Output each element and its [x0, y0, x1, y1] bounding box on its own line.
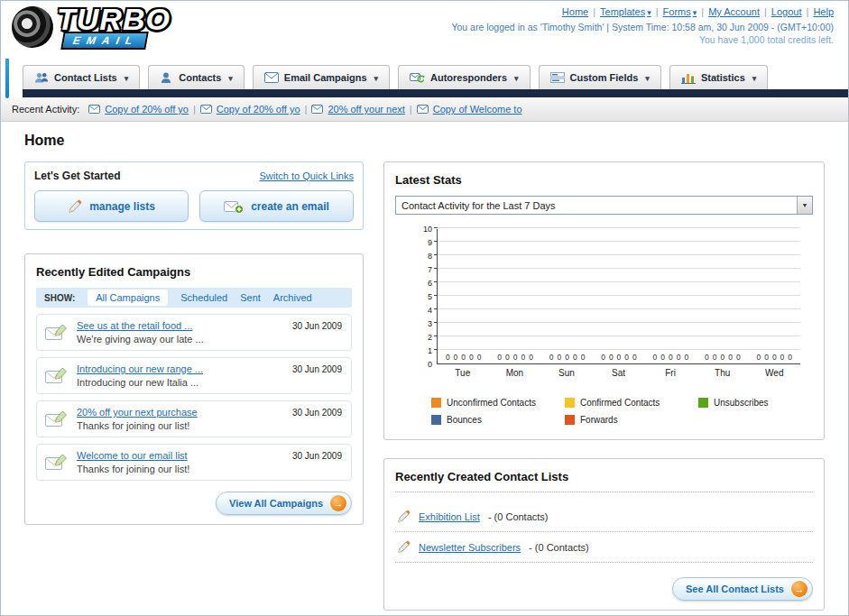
recent-activity-link[interactable]: Copy of 20% off yo: [200, 104, 300, 115]
tab-custom-fields[interactable]: Custom Fields: [539, 65, 661, 89]
bar-value-label: 0: [549, 353, 554, 362]
legend-label: Unconfirmed Contacts: [447, 398, 536, 408]
y-tick-label: 7: [428, 265, 432, 274]
y-tick-label: 0: [428, 360, 432, 369]
gridline: [438, 268, 800, 269]
activity-link-label: Copy of 20% off yo: [217, 104, 300, 115]
tab-statistics[interactable]: Statistics: [669, 65, 768, 89]
tab-contact-lists[interactable]: Contact Lists: [23, 65, 140, 89]
dropdown-arrow-icon: [373, 72, 379, 83]
top-link-forms[interactable]: Forms: [663, 6, 697, 17]
campaign-date: 30 Jun 2009: [292, 451, 342, 461]
contact-list-item: Exhibition List - (0 Contacts): [395, 501, 813, 532]
top-link-home[interactable]: Home: [562, 6, 588, 17]
campaign-text: 20% off your next purchase Thanks for jo…: [77, 407, 198, 431]
top-link-my-account[interactable]: My Account: [708, 6, 760, 17]
recent-activity-link[interactable]: Copy of 20% off yo: [88, 104, 189, 115]
y-tick-label: 10: [423, 225, 432, 234]
create-an-email-button[interactable]: create an email: [199, 190, 354, 222]
campaign-subtitle: Thanks for joining our list!: [77, 420, 198, 431]
gridline: [438, 295, 800, 296]
contact-list-link[interactable]: Exhibition List: [419, 511, 480, 522]
campaign-subtitle: Thanks for joining our list!: [77, 464, 189, 474]
stats-select-value: Contact Activity for the Last 7 Days: [401, 200, 556, 211]
envelope-icon: [200, 105, 212, 114]
bar-value-label: 0: [660, 353, 665, 362]
campaigns-tab-sent[interactable]: Sent: [240, 292, 261, 303]
dropdown-arrow-icon: [123, 72, 129, 83]
button-label: manage lists: [89, 200, 155, 213]
legend-swatch: [431, 398, 441, 408]
contact-list-count: - (0 Contacts): [488, 511, 549, 522]
recent-activity-link[interactable]: 20% off your next: [311, 104, 404, 115]
bar-value-label: 0: [632, 353, 637, 362]
envelope-pencil-icon: [45, 409, 69, 429]
y-tick-label: 8: [428, 252, 432, 261]
campaigns-tab-all[interactable]: All Campaigns: [88, 290, 168, 306]
bar-value-label: 0: [720, 353, 724, 362]
bar-value-label: 0: [624, 353, 629, 362]
envelope-pencil-icon: [45, 366, 69, 386]
tab-autoresponders[interactable]: Autoresponders: [398, 65, 531, 89]
gridline: [438, 308, 800, 309]
y-tick-label: 4: [428, 306, 432, 315]
view-all-campaigns-button[interactable]: View All Campaigns: [216, 492, 352, 515]
legend-label: Bounces: [447, 415, 482, 425]
campaign-title-link[interactable]: Welcome to our email list: [77, 450, 189, 461]
tab-label: Contacts: [179, 72, 221, 83]
campaigns-tab-scheduled[interactable]: Scheduled: [180, 292, 227, 303]
manage-lists-button[interactable]: manage lists: [34, 190, 189, 222]
select-dropdown-icon: [797, 197, 812, 214]
email-campaigns-icon: [264, 72, 279, 83]
see-all-contact-lists-button[interactable]: See All Contact Lists: [672, 577, 813, 601]
top-link-templates[interactable]: Templates: [600, 6, 651, 17]
campaign-title-link[interactable]: 20% off your next purchase: [77, 407, 198, 418]
top-link-label: Forms: [663, 6, 691, 17]
tab-label: Custom Fields: [570, 72, 639, 83]
gridline: [438, 254, 800, 255]
stats-period-select[interactable]: Contact Activity for the Last 7 Days: [395, 196, 813, 215]
campaign-row: 20% off your next purchase Thanks for jo…: [36, 400, 352, 437]
bar-value-label: 0: [772, 353, 777, 362]
gridline: [438, 336, 800, 336]
contact-list-link[interactable]: Newsletter Subscribers: [419, 542, 521, 553]
legend-swatch: [565, 398, 575, 408]
logo-swirl-icon: [6, 1, 59, 53]
app-logo[interactable]: TURBO EMAIL: [12, 5, 171, 50]
campaign-row: Introducing our new range ... Introducin…: [36, 357, 352, 394]
legend-label: Forwards: [580, 415, 618, 425]
tab-contacts[interactable]: Contacts: [148, 65, 245, 89]
switch-to-quick-links-link[interactable]: Switch to Quick Links: [259, 170, 354, 181]
campaign-text: See us at the retail food ... We're givi…: [77, 320, 204, 345]
campaigns-tab-archived[interactable]: Archived: [273, 292, 312, 303]
bar-value-label: 0: [788, 353, 792, 362]
bar-value-label: 0: [581, 353, 586, 362]
dropdown-arrow-icon: [751, 72, 757, 83]
envelope-plus-icon: [224, 199, 244, 214]
tab-label: Contact Lists: [54, 72, 117, 83]
legend-item: Confirmed Contacts: [565, 398, 698, 408]
top-link-help[interactable]: Help: [813, 6, 834, 17]
arrow-icon: [791, 581, 807, 597]
bar-group: 00000: [749, 353, 800, 362]
recent-activity-link[interactable]: Copy of Welcome to: [417, 104, 522, 115]
nav-divider-bar: [23, 89, 848, 97]
login-info: You are logged in as 'Timothy Smith' | S…: [451, 22, 834, 32]
top-link-logout[interactable]: Logout: [771, 6, 802, 17]
bar-group: 00000: [697, 353, 748, 362]
tab-email-campaigns[interactable]: Email Campaigns: [253, 65, 390, 89]
y-tick-label: 3: [428, 319, 432, 328]
chart-x-axis: TueMonSunSatFriThuWed: [437, 368, 800, 378]
separator: [588, 6, 600, 17]
credits-info: You have 1,000 total credits left.: [451, 34, 834, 45]
bar-value-label: 0: [756, 353, 761, 362]
envelope-pencil-icon: [45, 453, 69, 473]
contacts-icon: [160, 71, 173, 85]
bar-value-label: 0: [669, 353, 673, 362]
campaign-title-link[interactable]: Introducing our new range ...: [77, 363, 203, 374]
bar-group: 00000: [593, 353, 644, 362]
campaign-title-link[interactable]: See us at the retail food ...: [77, 320, 204, 331]
bar-value-label: 0: [497, 353, 502, 362]
top-link-label: Templates: [600, 6, 645, 17]
campaign-text: Welcome to our email list Thanks for joi…: [77, 450, 189, 474]
